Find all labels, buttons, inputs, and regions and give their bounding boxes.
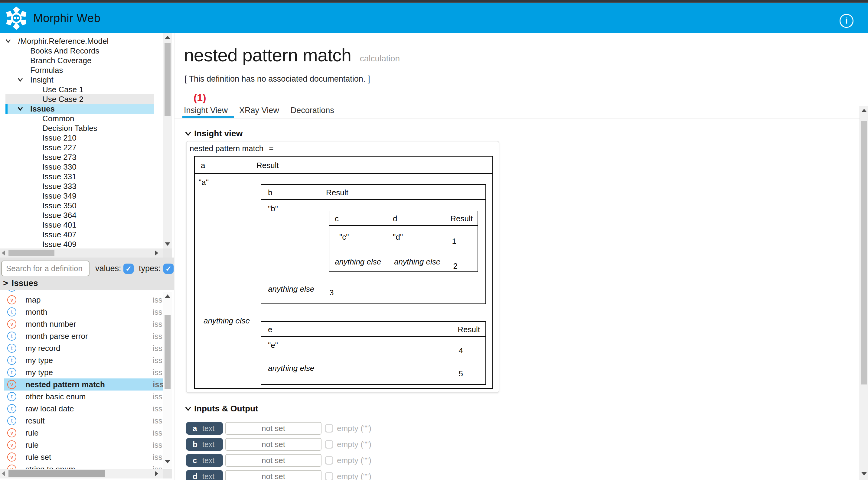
- page-title: nested pattern matchcalculation: [184, 45, 400, 66]
- scrollbar-thumb[interactable]: [8, 250, 55, 256]
- list-item[interactable]: t my type iss: [0, 354, 174, 366]
- chevron-down-icon[interactable]: [185, 407, 191, 411]
- search-input[interactable]: [1, 261, 90, 276]
- tree-item-issues-selected[interactable]: Issues: [0, 104, 163, 114]
- main-scrollbar-vertical[interactable]: [860, 106, 868, 480]
- tree-scrollbar-horizontal[interactable]: [0, 249, 163, 258]
- empty-checkbox[interactable]: [325, 472, 333, 480]
- scrollbar-thumb[interactable]: [861, 121, 867, 384]
- list-scrollbar-horizontal[interactable]: [0, 469, 163, 479]
- list-item[interactable]: t raw local date iss: [0, 403, 174, 415]
- scroll-left-icon[interactable]: [2, 250, 5, 256]
- scrollbar-thumb[interactable]: [8, 470, 105, 477]
- module-tree: /Morphir.Reference.Model Books And Recor…: [0, 33, 163, 249]
- app-title: Morphir Web: [33, 3, 100, 33]
- chevron-down-icon[interactable]: [18, 107, 23, 110]
- tree-item[interactable]: Issue 210: [0, 133, 163, 143]
- definitions-list: iss v map iss t month iss v month number…: [0, 290, 174, 480]
- tree-item[interactable]: Issue 409: [0, 239, 163, 249]
- list-item[interactable]: t other basic enum iss: [0, 390, 174, 403]
- scrollbar-corner: [163, 469, 172, 479]
- chevron-down-icon[interactable]: [185, 131, 191, 136]
- list-scrollbar-vertical[interactable]: [163, 292, 172, 469]
- result-value: 4: [459, 346, 463, 355]
- tree-item[interactable]: Issue 349: [0, 191, 163, 201]
- list-item[interactable]: t month iss: [0, 306, 174, 318]
- list-item[interactable]: t my type iss: [0, 366, 174, 378]
- tree-item[interactable]: Issue 350: [0, 201, 163, 211]
- scroll-right-icon[interactable]: [155, 471, 158, 476]
- list-item[interactable]: v month number iss: [0, 318, 174, 330]
- types-checkbox[interactable]: [163, 263, 174, 274]
- tree-item[interactable]: Issue 407: [0, 230, 163, 239]
- scroll-left-icon[interactable]: [2, 471, 5, 476]
- io-section-header[interactable]: Inputs & Output: [185, 404, 258, 414]
- list-item[interactable]: v rule set iss: [0, 451, 174, 463]
- list-item[interactable]: t result iss: [0, 415, 174, 427]
- tree-item[interactable]: Decision Tables: [0, 123, 163, 133]
- scroll-down-icon[interactable]: [165, 243, 170, 246]
- tree-item[interactable]: Use Case 1: [0, 85, 163, 94]
- list-item[interactable]: t month parse error iss: [0, 330, 174, 342]
- tabs-divider: [175, 118, 860, 119]
- tab-decorations[interactable]: Decorations: [291, 106, 334, 115]
- tree-item[interactable]: Issue 273: [0, 152, 163, 162]
- chevron-right-icon[interactable]: >: [3, 278, 8, 288]
- empty-checkbox[interactable]: [325, 440, 333, 449]
- scroll-up-icon[interactable]: [861, 109, 867, 112]
- list-item[interactable]: v map iss: [0, 294, 174, 306]
- values-checkbox[interactable]: [123, 263, 134, 274]
- column-input-e: e: [268, 325, 272, 334]
- scroll-down-icon[interactable]: [861, 472, 867, 476]
- list-item-selected[interactable]: v nested pattern match iss: [0, 378, 174, 390]
- empty-checkbox[interactable]: [325, 424, 333, 433]
- list-item-partial[interactable]: iss: [0, 290, 174, 293]
- pattern-wildcard: anything else: [394, 257, 440, 266]
- input-value-field[interactable]: [225, 454, 321, 467]
- scrollbar-corner: [163, 249, 172, 258]
- scroll-up-icon[interactable]: [165, 294, 170, 298]
- tree-item[interactable]: Issue 364: [0, 211, 163, 220]
- tree-item[interactable]: Common: [0, 114, 163, 123]
- tree-item-use-case-2[interactable]: Use Case 2: [0, 94, 163, 104]
- tab-xray-view[interactable]: XRay View: [239, 106, 279, 115]
- scrollbar-thumb[interactable]: [164, 315, 170, 389]
- pattern-wildcard: anything else: [204, 316, 250, 325]
- column-result: Result: [256, 161, 279, 170]
- pattern-literal: "c": [339, 232, 349, 242]
- scroll-down-icon[interactable]: [165, 460, 170, 463]
- tree-item[interactable]: Issue 333: [0, 181, 163, 191]
- tree-item[interactable]: Formulas: [0, 65, 163, 75]
- tree-item-root[interactable]: /Morphir.Reference.Model: [0, 36, 163, 46]
- input-value-field[interactable]: [225, 422, 321, 435]
- list-item[interactable]: t my record iss: [0, 342, 174, 354]
- morphir-logo-icon: [4, 6, 28, 30]
- scroll-up-icon[interactable]: [165, 36, 170, 39]
- insight-section-header[interactable]: Insight view: [185, 129, 243, 138]
- tree-item[interactable]: Issue 401: [0, 220, 163, 230]
- scroll-right-icon[interactable]: [155, 250, 158, 256]
- chevron-down-icon[interactable]: [18, 78, 23, 82]
- value-icon: v: [7, 380, 16, 389]
- scrollbar-thumb[interactable]: [164, 43, 170, 116]
- input-value-field[interactable]: [225, 438, 321, 451]
- tree-item[interactable]: Branch Coverage: [0, 56, 163, 65]
- result-value: 5: [459, 369, 463, 378]
- tree-item-insight[interactable]: Insight: [0, 75, 163, 85]
- definition-label: nested pattern match=: [190, 144, 273, 153]
- tree-item[interactable]: Issue 331: [0, 172, 163, 181]
- definitions-section-header[interactable]: > Issues: [0, 276, 174, 290]
- list-item[interactable]: v rule iss: [0, 427, 174, 439]
- info-icon[interactable]: i: [840, 14, 854, 28]
- value-icon: v: [7, 320, 16, 328]
- tree-item[interactable]: Issue 330: [0, 162, 163, 172]
- empty-checkbox[interactable]: [325, 456, 333, 465]
- list-item[interactable]: v rule iss: [0, 439, 174, 451]
- chevron-down-icon[interactable]: [5, 39, 11, 43]
- empty-checkbox-label: empty (""): [337, 454, 371, 467]
- tree-item[interactable]: Issue 227: [0, 143, 163, 152]
- input-value-field[interactable]: [225, 470, 321, 480]
- tree-scrollbar-vertical[interactable]: [163, 33, 172, 249]
- tab-insight-view[interactable]: Insight View: [184, 106, 228, 115]
- tree-item[interactable]: Books And Records: [0, 46, 163, 56]
